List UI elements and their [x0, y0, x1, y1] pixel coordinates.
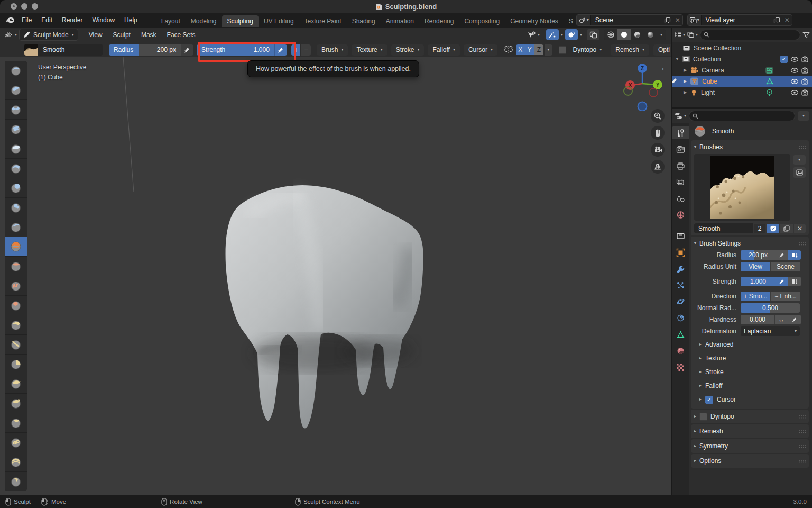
tab-particles[interactable]	[672, 279, 689, 292]
workspace-tab-uv-editing[interactable]: UV Editing	[259, 15, 299, 27]
direction-smooth-button[interactable]: + Smo...	[741, 292, 770, 301]
tool-inflate[interactable]	[5, 178, 27, 197]
panel-drag-grip-icon[interactable]	[798, 444, 806, 448]
region-collapse-arrow[interactable]: ‹	[662, 65, 664, 72]
disable-in-renders-icon[interactable]	[801, 67, 809, 74]
brush-selector[interactable]: Smooth	[24, 44, 103, 56]
deformation-dropdown[interactable]: Laplacian▾	[741, 326, 800, 336]
options-panel[interactable]: ▸Options	[691, 454, 809, 468]
tool-pose[interactable]	[5, 413, 27, 432]
editor-type-button[interactable]: ▾	[4, 31, 17, 39]
outliner-search-input[interactable]	[700, 30, 800, 40]
tool-draw-sharp[interactable]	[5, 80, 27, 99]
workspace-tab-texture-paint[interactable]: Texture Paint	[299, 15, 347, 27]
shading-wireframe-button[interactable]	[604, 29, 617, 40]
tab-constraints[interactable]	[672, 312, 689, 324]
tab-scene[interactable]	[672, 192, 689, 205]
strength-pressure-pen-icon[interactable]	[274, 44, 287, 56]
scene-copy-button[interactable]	[662, 15, 673, 25]
tool-multiplane-scrape[interactable]	[5, 296, 27, 315]
outliner-filter-mode-button[interactable]: ▾	[687, 32, 698, 38]
strength-slider[interactable]: Strength 1.000	[197, 44, 274, 56]
shading-dropdown[interactable]: ▾	[657, 29, 666, 40]
dyntopo-panel[interactable]: ▸Dyntopo	[691, 410, 809, 423]
brush-popover[interactable]: Brush▾	[317, 44, 348, 56]
strength-slider[interactable]: 1.000	[741, 277, 776, 286]
tool-thumb[interactable]	[5, 394, 27, 413]
radius-unit-scene-button[interactable]: Scene	[770, 262, 800, 271]
tool-snake-hook[interactable]	[5, 374, 27, 393]
symmetry-panel[interactable]: ▸Symmetry	[691, 439, 809, 453]
tab-world[interactable]	[672, 208, 689, 221]
subpanel-texture[interactable]: ▸Texture	[694, 351, 806, 365]
radius-slider[interactable]: Radius 200 px	[109, 44, 181, 56]
options-popover[interactable]: Opti	[653, 44, 671, 56]
tool-rotate[interactable]	[5, 452, 27, 471]
disable-in-renders-icon[interactable]	[801, 78, 809, 85]
subpanel-cursor[interactable]: ▸✓Cursor	[694, 393, 806, 406]
outliner-row-scene-collection[interactable]: Scene Collection	[672, 42, 812, 53]
show-overlays-toggle[interactable]	[565, 29, 578, 40]
cursor-popover[interactable]: Cursor▾	[464, 44, 497, 56]
brush-select-dropdown[interactable]: ▾	[793, 155, 806, 165]
workspace-tab-compositing[interactable]: Compositing	[459, 15, 505, 27]
panel-drag-grip-icon[interactable]	[798, 415, 806, 419]
camera-expand-arrow[interactable]: ▶	[682, 68, 688, 72]
dyntopo-popover[interactable]: Dyntopo▾	[568, 44, 607, 56]
radius-pen-icon[interactable]	[776, 250, 788, 260]
workspace-tab-rendering[interactable]: Rendering	[419, 15, 459, 27]
tool-scrape[interactable]	[5, 276, 27, 295]
radius-pressure-pen-icon[interactable]	[181, 44, 193, 56]
tab-object[interactable]	[672, 246, 689, 259]
workspace-tab-layout[interactable]: Layout	[156, 15, 186, 27]
dyntopo-checkbox[interactable]	[559, 46, 566, 54]
strength-add-button[interactable]: +	[291, 44, 301, 56]
brush-users-count[interactable]: 2	[754, 224, 765, 233]
tool-smooth[interactable]	[5, 237, 27, 256]
tool-clay-thumb[interactable]	[5, 139, 27, 158]
menu-file[interactable]: File	[17, 16, 36, 24]
workspace-tab-sculpting[interactable]: Sculpting	[222, 15, 259, 27]
viewlayer-name-field[interactable]: ViewLayer	[702, 16, 771, 24]
strength-pen-icon[interactable]	[776, 277, 788, 286]
light-data-icon[interactable]	[765, 89, 773, 96]
outliner-row-camera[interactable]: ▶ Camera	[672, 65, 812, 76]
symmetry-dropdown[interactable]: ▾	[545, 44, 552, 56]
stroke-popover[interactable]: Stroke▾	[391, 44, 425, 56]
fake-user-shield-icon[interactable]	[767, 224, 779, 233]
tool-flatten[interactable]	[5, 257, 27, 276]
falloff-popover[interactable]: Falloff▾	[428, 44, 459, 56]
menu-window[interactable]: Window	[87, 16, 119, 24]
workspace-tab-animation[interactable]: Animation	[381, 15, 419, 27]
panel-drag-grip-icon[interactable]	[798, 146, 806, 149]
duplicate-brush-icon[interactable]	[780, 224, 793, 233]
outliner-row-cube[interactable]: ▶ Cube	[672, 76, 812, 87]
properties-options-dropdown[interactable]: ▾	[798, 111, 809, 121]
tab-output[interactable]	[672, 159, 689, 172]
viewlayer-remove-button[interactable]: ✕	[782, 15, 792, 25]
radius-unit-view-button[interactable]: View	[741, 262, 770, 271]
tab-modifiers[interactable]	[672, 262, 689, 275]
properties-search-input[interactable]	[689, 111, 795, 121]
disable-in-renders-icon[interactable]	[801, 89, 809, 96]
pan-view-button[interactable]	[651, 126, 665, 140]
hide-in-viewport-icon[interactable]	[790, 56, 799, 62]
hide-in-viewport-icon[interactable]	[790, 78, 799, 85]
brushes-collapse-arrow[interactable]: ▾	[694, 145, 696, 149]
tool-draw[interactable]	[5, 61, 27, 80]
disable-in-renders-icon[interactable]	[801, 56, 809, 62]
gizmo-dropdown[interactable]: ▾	[561, 33, 563, 37]
tab-texture[interactable]	[672, 361, 689, 374]
camera-view-button[interactable]	[651, 143, 665, 157]
subpanel-falloff[interactable]: ▸Falloff	[694, 379, 806, 393]
tool-layer[interactable]	[5, 159, 27, 178]
mirror-y-toggle[interactable]: Y	[525, 44, 534, 55]
unlink-brush-icon[interactable]: ✕	[794, 224, 806, 233]
tool-pinch[interactable]	[5, 315, 27, 334]
breadcrumb-brush-name[interactable]: Smooth	[712, 128, 734, 135]
workspace-tab-geometry-nodes[interactable]: Geometry Nodes	[505, 15, 564, 27]
mirror-z-toggle[interactable]: Z	[534, 44, 543, 55]
workspace-tab-modeling[interactable]: Modeling	[186, 15, 222, 27]
collection-exclude-checkbox[interactable]: ✓	[780, 56, 788, 63]
remesh-panel[interactable]: ▸Remesh	[691, 424, 809, 438]
